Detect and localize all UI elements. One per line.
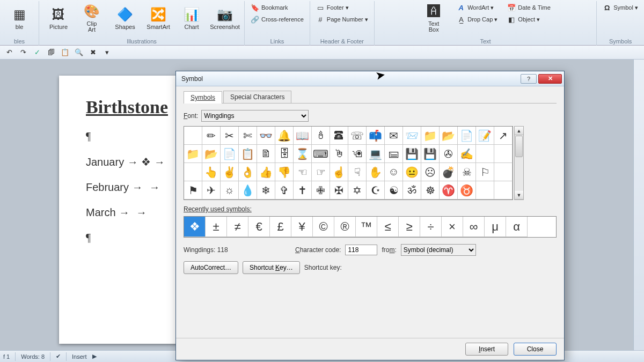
symbol-cell[interactable] xyxy=(184,127,202,145)
symbol-cell[interactable]: ✈ xyxy=(202,181,221,200)
symbol-cell[interactable]: 📨 xyxy=(403,127,421,145)
symbol-cell[interactable]: ☝ xyxy=(330,163,348,181)
symbol-cell[interactable]: 📂 xyxy=(440,127,458,145)
symbol-cell[interactable]: 📂 xyxy=(202,145,221,163)
status-proof-icon[interactable]: ✔ xyxy=(56,353,61,360)
symbol-cell[interactable]: ॐ xyxy=(403,181,421,200)
recent-symbol-cell[interactable]: € xyxy=(248,217,270,237)
qat-dropdown[interactable]: ▾ xyxy=(101,47,113,58)
status-words[interactable]: Words: 8 xyxy=(21,353,45,360)
symbol-cell[interactable]: ✇ xyxy=(440,145,458,163)
symbol-cell[interactable]: ☼ xyxy=(221,181,239,200)
status-mode[interactable]: Insert xyxy=(72,353,87,360)
recent-symbol-cell[interactable]: ¥ xyxy=(291,217,313,237)
symbol-cell[interactable]: 📫 xyxy=(367,127,385,145)
recent-symbol-cell[interactable]: ≤ xyxy=(377,217,399,237)
symbol-cell[interactable]: 💣 xyxy=(440,163,458,181)
symbol-cell[interactable]: ✍ xyxy=(458,145,476,163)
symbol-cell[interactable]: ☸ xyxy=(421,181,440,200)
symbol-cell[interactable]: ☹ xyxy=(421,163,440,181)
help-button[interactable]: ? xyxy=(521,74,537,84)
symbol-cell[interactable]: 🖴 xyxy=(385,145,403,163)
pagenumber-button[interactable]: #Page Number ▾ xyxy=(313,14,371,25)
recent-symbol-cell[interactable]: © xyxy=(313,217,334,237)
dialog-titlebar[interactable]: Symbol ? ✕ xyxy=(176,71,564,86)
recent-symbol-cell[interactable]: ≥ xyxy=(399,217,420,237)
tab-special[interactable]: Special Characters xyxy=(223,91,291,103)
symbol-cell[interactable]: 👆 xyxy=(202,163,221,181)
recent-symbol-cell[interactable]: ™ xyxy=(356,217,377,237)
symbol-cell[interactable] xyxy=(494,181,513,200)
picture-button[interactable]: 🖼Picture xyxy=(42,1,75,33)
dropcap-button[interactable]: A̲Drop Cap ▾ xyxy=(454,14,500,25)
symbol-cell[interactable]: 👓 xyxy=(257,127,275,145)
symbol-cell[interactable]: ⌛ xyxy=(294,145,312,163)
from-select[interactable]: Symbol (decimal) xyxy=(401,244,476,256)
symbol-cell[interactable]: ⚐ xyxy=(476,163,494,181)
qat-redo[interactable]: ↷ xyxy=(17,47,29,58)
symbol-cell[interactable]: 💾 xyxy=(421,145,440,163)
symbol-cell[interactable]: ✂ xyxy=(221,127,239,145)
symbol-cell[interactable]: ☯ xyxy=(385,181,403,200)
autocorrect-button[interactable]: AutoCorrect… xyxy=(184,261,238,274)
insert-button[interactable]: Insert xyxy=(465,343,508,356)
symbol-cell[interactable] xyxy=(494,145,513,163)
close-button[interactable]: Close xyxy=(514,343,557,356)
symbol-cell[interactable]: 🗎 xyxy=(257,145,275,163)
symbol-cell[interactable]: ♈ xyxy=(440,181,458,200)
font-select[interactable]: Wingdings xyxy=(201,110,309,122)
qat-spellcheck[interactable]: ✓ xyxy=(31,47,43,58)
symbol-cell[interactable]: 📝 xyxy=(476,127,494,145)
object-button[interactable]: ◧Object ▾ xyxy=(504,14,553,25)
symbol-cell[interactable]: 📁 xyxy=(421,127,440,145)
symbol-cell[interactable]: ☟ xyxy=(348,163,367,181)
scroll-down-icon[interactable]: ▼ xyxy=(515,191,523,200)
symbol-cell[interactable] xyxy=(476,145,494,163)
symbol-cell[interactable]: ✄ xyxy=(239,127,257,145)
symbol-cell[interactable]: 🖰 xyxy=(330,145,348,163)
symbol-cell[interactable]: ✉ xyxy=(385,127,403,145)
symbol-cell[interactable]: 💾 xyxy=(403,145,421,163)
symbol-cell[interactable]: 😐 xyxy=(403,163,421,181)
symbol-cell[interactable]: ↗ xyxy=(494,127,513,145)
recent-symbol-cell[interactable]: μ xyxy=(485,217,506,237)
symbol-cell[interactable]: ✠ xyxy=(330,181,348,200)
symbol-cell[interactable]: 📖 xyxy=(294,127,312,145)
symbol-cell[interactable]: 📄 xyxy=(458,127,476,145)
symbol-cell[interactable]: 👍 xyxy=(257,163,275,181)
scroll-up-icon[interactable]: ▲ xyxy=(515,127,523,135)
crossref-button[interactable]: 🔗Cross-reference xyxy=(248,14,306,25)
symbol-cell[interactable]: ☜ xyxy=(294,163,312,181)
qat-copy[interactable]: 🗐 xyxy=(45,47,57,58)
symbol-cell[interactable]: 📋 xyxy=(239,145,257,163)
recent-symbol-cell[interactable]: α xyxy=(506,217,528,237)
recent-symbol-cell[interactable]: £ xyxy=(270,217,291,237)
symbol-cell[interactable]: 🔔 xyxy=(275,127,294,145)
symbol-cell[interactable]: ♉ xyxy=(458,181,476,200)
symbol-cell[interactable]: ☏ xyxy=(348,127,367,145)
qat-paste[interactable]: 📋 xyxy=(59,47,71,58)
recent-symbol-cell[interactable]: ≠ xyxy=(227,217,248,237)
symbol-cell[interactable]: 💻 xyxy=(367,145,385,163)
recent-symbol-cell[interactable]: ∞ xyxy=(463,217,485,237)
qat-preview[interactable]: 🔍 xyxy=(73,47,85,58)
symbol-cell[interactable]: ✏ xyxy=(202,127,221,145)
clipart-button[interactable]: 🎨Clip Art xyxy=(76,1,108,33)
recent-symbol-cell[interactable]: × xyxy=(442,217,463,237)
symbol-button[interactable]: ΩSymbol ▾ xyxy=(600,2,641,13)
bookmark-button[interactable]: 🔖Bookmark xyxy=(248,2,306,13)
symbol-cell[interactable]: ✙ xyxy=(312,181,330,200)
symbol-cell[interactable]: 👎 xyxy=(275,163,294,181)
symbol-cell[interactable]: ☪ xyxy=(367,181,385,200)
symbol-cell[interactable]: ⚑ xyxy=(184,181,202,200)
qat-undo[interactable]: ↶ xyxy=(3,47,15,58)
symbol-cell[interactable]: 👌 xyxy=(239,163,257,181)
wordart-button[interactable]: AWordArt ▾ xyxy=(454,2,500,13)
symbol-cell[interactable]: ✡ xyxy=(348,181,367,200)
footer-button[interactable]: ▭Footer ▾ xyxy=(313,2,371,13)
symbol-cell[interactable] xyxy=(184,163,202,181)
symbol-cell[interactable] xyxy=(494,163,513,181)
close-window-button[interactable]: ✕ xyxy=(538,74,562,84)
symbol-cell[interactable]: ⌨ xyxy=(312,145,330,163)
symbol-cell[interactable]: 💧 xyxy=(239,181,257,200)
